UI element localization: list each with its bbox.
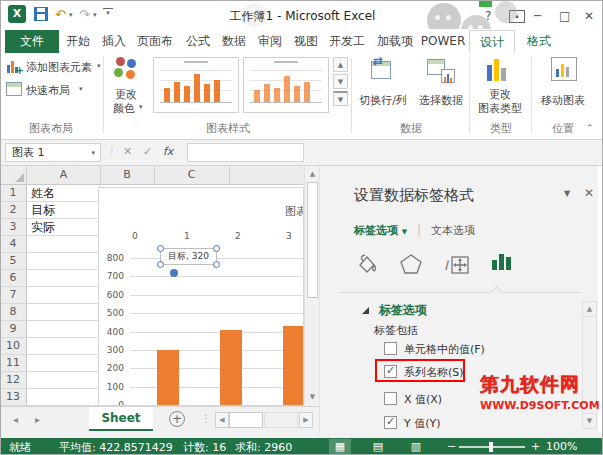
horizontal-scroll-thumb[interactable] <box>229 412 263 428</box>
pane-tab-text-options[interactable]: 文本选项 <box>431 224 475 237</box>
tab-home[interactable]: 开始 <box>61 30 95 53</box>
tab-scroll-splitter[interactable]: ⋮ <box>201 413 211 424</box>
row-header[interactable]: 5 <box>1 253 25 270</box>
name-box[interactable]: 图表 1 ▾ <box>5 143 101 162</box>
tab-data[interactable]: 数据 <box>217 30 251 53</box>
checkbox-y-value[interactable] <box>384 416 397 429</box>
page-break-view-icon[interactable]: ▥ <box>405 439 427 455</box>
insert-function-icon[interactable]: fx <box>163 145 173 158</box>
change-chart-type-button[interactable]: 更改 <box>471 87 529 102</box>
quick-layout-dropdown-icon[interactable]: ▾ <box>79 85 83 93</box>
scroll-down-icon[interactable]: ▼ <box>306 390 319 404</box>
tab-file[interactable]: 文件 <box>5 30 59 53</box>
checkbox-y-value-label[interactable]: Y 值(Y) <box>404 416 441 431</box>
sheet-nav-right-icon[interactable]: ▸ <box>35 414 40 425</box>
scroll-up-icon[interactable]: ▲ <box>306 167 319 181</box>
pane-menu-dropdown-icon[interactable]: ▼ <box>564 189 570 198</box>
row-header[interactable]: 4 <box>1 236 25 253</box>
switch-row-col-button[interactable]: 切换行/列 <box>353 93 413 108</box>
help-button[interactable]: ? <box>485 9 491 23</box>
row-header[interactable]: 7 <box>1 287 25 304</box>
cell[interactable] <box>27 338 100 355</box>
row-header[interactable]: 12 <box>1 372 25 389</box>
vertical-scrollbar[interactable]: ▲ ▼ <box>304 166 319 406</box>
bar-data-point[interactable] <box>220 330 242 405</box>
fill-line-icon[interactable] <box>354 252 380 276</box>
move-chart-button[interactable]: 移动图表 <box>535 93 591 108</box>
ribbon-display-options-icon[interactable]: ▴ <box>509 10 525 23</box>
cell[interactable] <box>27 270 100 287</box>
selection-handle[interactable] <box>213 261 220 268</box>
selection-handle[interactable] <box>157 245 164 252</box>
cell-a2[interactable]: 目标 <box>27 202 100 219</box>
pane-tab-label-options[interactable]: 标签选项 <box>354 224 398 237</box>
formula-input[interactable] <box>187 143 304 162</box>
tab-addins[interactable]: 加载项 <box>373 30 417 53</box>
hscroll-track[interactable] <box>264 412 298 428</box>
cell-a1[interactable]: 姓名 <box>27 185 100 202</box>
tab-insert[interactable]: 插入 <box>97 30 131 53</box>
selection-handle[interactable] <box>213 245 220 252</box>
normal-view-icon[interactable]: ▦ <box>329 439 351 455</box>
select-all-corner[interactable] <box>1 166 27 184</box>
add-chart-element-button[interactable]: 添加图表元素 <box>26 60 92 75</box>
styles-more-icon[interactable]: ▼ <box>333 91 348 106</box>
row-header[interactable]: 13 <box>1 389 25 406</box>
tab-power[interactable]: POWER <box>419 30 467 53</box>
new-sheet-button[interactable]: + <box>169 411 185 427</box>
row-header[interactable]: 2 <box>1 202 25 219</box>
minimize-button[interactable]: ─ <box>534 9 541 23</box>
tab-view[interactable]: 视图 <box>289 30 323 53</box>
row-header[interactable]: 6 <box>1 270 25 287</box>
zoom-out-icon[interactable]: − <box>447 440 456 453</box>
pane-scroll-up-icon[interactable]: ▲ <box>582 301 597 317</box>
selected-data-label[interactable]: 目标, 320 <box>160 248 217 265</box>
section-label-options[interactable]: 标签选项 <box>362 302 427 319</box>
tab-formulas[interactable]: 公式 <box>181 30 215 53</box>
change-chart-type-button-line2[interactable]: 图表类型 <box>471 101 529 116</box>
pane-close-icon[interactable]: ✕ <box>584 186 594 200</box>
chart-style-thumbnail[interactable] <box>243 57 329 113</box>
row-header[interactable]: 1 <box>1 185 25 202</box>
change-colors-dropdown-icon[interactable]: ▾ <box>139 103 143 111</box>
size-properties-icon[interactable]: I <box>444 252 474 276</box>
row-header[interactable]: 11 <box>1 355 25 372</box>
close-button[interactable]: ✕ <box>584 9 594 23</box>
maximize-button[interactable]: □ <box>559 9 570 23</box>
cell[interactable] <box>27 355 100 372</box>
section-collapse-icon[interactable] <box>362 307 369 314</box>
tab-chart-format[interactable]: 格式 <box>517 30 561 53</box>
styles-scroll-down-icon[interactable]: ▼ <box>333 74 348 89</box>
quick-layout-button[interactable]: 快速布局 <box>26 83 70 98</box>
label-options-icon[interactable] <box>492 252 514 272</box>
column-header-a[interactable]: A <box>27 168 100 181</box>
label-options-dropdown-icon[interactable]: ▼ <box>402 228 407 236</box>
collapse-ribbon-icon[interactable]: ⌃ <box>586 123 594 133</box>
chart-title[interactable]: 图表标题 <box>285 204 304 219</box>
cell[interactable] <box>27 253 100 270</box>
change-colors-button-line2[interactable]: 颜色 <box>109 101 139 116</box>
tab-review[interactable]: 审阅 <box>253 30 287 53</box>
cell[interactable] <box>27 287 100 304</box>
row-header[interactable]: 3 <box>1 219 25 236</box>
cell-a3[interactable]: 实际 <box>27 219 100 236</box>
sheet-tab-active[interactable]: Sheet <box>89 407 153 431</box>
hscroll-left-icon[interactable]: ◀ <box>215 412 229 428</box>
cell[interactable] <box>27 389 100 406</box>
cell[interactable] <box>27 321 100 338</box>
row-header[interactable]: 8 <box>1 304 25 321</box>
cell[interactable] <box>27 304 100 321</box>
checkbox-cell-value-label[interactable]: 单元格中的值(F) <box>404 342 485 357</box>
row-header[interactable]: 9 <box>1 321 25 338</box>
page-layout-view-icon[interactable]: ▤ <box>367 439 389 455</box>
checkbox-x-value[interactable] <box>384 392 397 405</box>
tab-chart-design[interactable]: 设计 <box>469 30 515 53</box>
cell[interactable] <box>27 236 100 253</box>
name-box-dropdown-icon[interactable]: ▾ <box>91 144 95 162</box>
checkbox-cell-value[interactable] <box>384 342 397 355</box>
select-data-button[interactable]: 选择数据 <box>415 93 467 108</box>
formula-bar-splitter[interactable]: ⋮ <box>107 145 117 156</box>
hscroll-right-icon[interactable]: ▶ <box>299 412 313 428</box>
column-header-c[interactable]: C <box>154 168 229 181</box>
sheet-nav-left-icon[interactable]: ◂ <box>13 414 18 425</box>
